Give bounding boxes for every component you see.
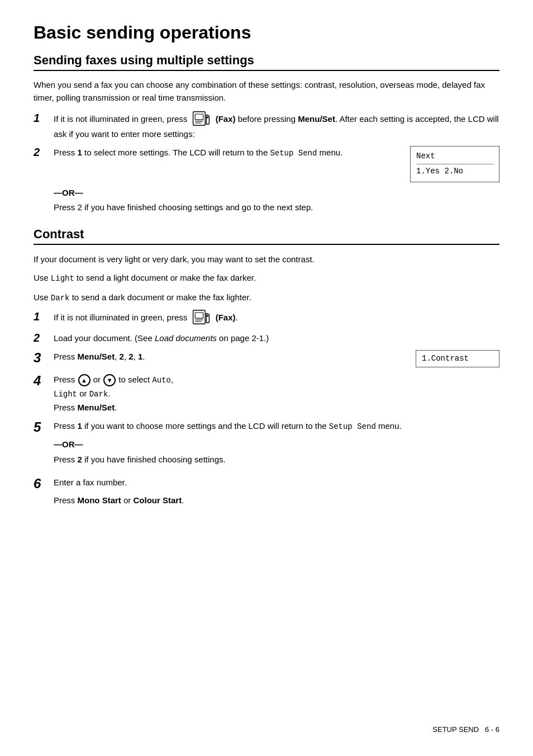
contrast-step6-body: Enter a fax number. Press Mono Start or …: [54, 476, 499, 511]
contrast-step3: 3 Press Menu/Set, 2, 2, 1. 1.Contrast: [34, 350, 499, 368]
cstep1-fax: (Fax).: [216, 312, 238, 322]
contrast-step1: 1 If it is not illuminated in green, pre…: [34, 310, 499, 326]
step1-body: If it is not illuminated in green, press…: [54, 112, 499, 140]
contrast-step3-body: Press Menu/Set, 2, 2, 1. 1.Contrast: [54, 350, 499, 368]
section1-press2: Press 2 if you have finished choosing se…: [54, 201, 499, 214]
step-1-row: 1 If it is not illuminated in green, pre…: [34, 112, 499, 140]
step2-lcd: Next 1.Yes 2.No: [399, 146, 499, 182]
para2-prefix: Use: [34, 273, 49, 282]
para3-mono: Dark: [51, 294, 70, 303]
contrast-step4-num: 4: [34, 373, 50, 389]
contrast-step5-num: 5: [34, 419, 50, 435]
section2-para1: If your document is very light or very d…: [34, 253, 499, 266]
svg-rect-0: [196, 114, 203, 120]
lcd-display-next: Next 1.Yes 2.No: [410, 146, 499, 182]
contrast-lcd: 1.Contrast: [416, 350, 499, 368]
lcd-contrast: 1.Contrast: [416, 350, 499, 368]
cstep6-extra: Press Mono Start or Colour Start.: [54, 494, 499, 507]
contrast-step4-body: Press ▲ or ▼ to select Auto, Light or Da…: [54, 373, 499, 414]
step2-number: 2: [34, 146, 50, 159]
para2-suffix: to send a light document or make the fax…: [77, 273, 256, 282]
section2-para3: Use Dark to send a dark document or make…: [34, 291, 499, 305]
para3-suffix: to send a dark document or make the fax …: [72, 292, 251, 302]
contrast-step4: 4 Press ▲ or ▼ to select Auto, Light or …: [34, 373, 499, 414]
cstep5-or: —OR—: [54, 438, 499, 451]
contrast-step2-body: Load your document. (See Load documents …: [54, 332, 499, 344]
step-2-row: 2 Press 1 to select more settings. The L…: [34, 146, 499, 182]
step1-text-fax-bold: (Fax): [216, 114, 236, 124]
contrast-step1-body: If it is not illuminated in green, press…: [54, 310, 499, 326]
contrast-step2-num: 2: [34, 332, 50, 344]
svg-rect-4: [196, 313, 203, 318]
page-title: Basic sending operations: [34, 22, 499, 43]
footer-label: SETUP SEND: [432, 725, 479, 734]
cstep5-text: Press 1 if you want to choose more setti…: [54, 419, 499, 433]
svg-rect-7: [207, 315, 209, 316]
section1-divider: [34, 70, 499, 71]
section2-divider: [34, 244, 499, 245]
section2-para2: Use Light to send a light document or ma…: [34, 271, 499, 285]
section1-title: Sending faxes using multiple settings: [34, 53, 499, 68]
lcd-row-next: Next: [416, 149, 493, 164]
svg-rect-3: [207, 116, 209, 118]
cstep1-before: If it is not illuminated in green, press: [54, 312, 187, 322]
section1-or-line: —OR—: [54, 188, 499, 197]
section2-title: Contrast: [34, 227, 499, 242]
section1-intro: When you send a fax you can choose any c…: [34, 79, 499, 104]
cstep5-or-dash: —OR—: [54, 440, 83, 449]
contrast-step6: 6 Enter a fax number. Press Mono Start o…: [34, 476, 499, 511]
step2-body: Press 1 to select more settings. The LCD…: [54, 146, 499, 182]
cstep4-line3: Press Menu/Set.: [54, 401, 499, 414]
contrast-step3-num: 3: [34, 350, 50, 366]
step2-text: Press 1 to select more settings. The LCD…: [54, 146, 388, 160]
contrast-step2: 2 Load your document. (See Load document…: [34, 332, 499, 344]
cstep3-flex: Press Menu/Set, 2, 2, 1. 1.Contrast: [54, 350, 499, 368]
para3-prefix: Use: [34, 292, 49, 302]
arrow-up-icon: ▲: [78, 374, 91, 386]
or-dash: —OR—: [54, 188, 83, 197]
contrast-step6-num: 6: [34, 476, 50, 492]
lcd-row-yesno: 1.Yes 2.No: [416, 164, 493, 179]
fax-icon: [191, 111, 211, 126]
para2-mono: Light: [51, 274, 74, 283]
cstep4-line1: Press ▲ or ▼ to select Auto,: [54, 373, 499, 387]
cstep6-text: Enter a fax number.: [54, 476, 499, 489]
cstep4-line2: Light or Dark.: [54, 387, 499, 401]
step2-flex: Press 1 to select more settings. The LCD…: [54, 146, 499, 182]
step1-number: 1: [34, 112, 50, 125]
page-footer: SETUP SEND 6 - 6: [432, 725, 499, 734]
fax-icon-2: [191, 309, 211, 325]
contrast-step1-num: 1: [34, 310, 50, 323]
step1-text-before: If it is not illuminated in green, press: [54, 114, 187, 124]
cstep3-text: Press Menu/Set, 2, 2, 1.: [54, 350, 404, 363]
arrow-down-icon: ▼: [103, 374, 116, 386]
cstep5-or-text: Press 2 if you have finished choosing se…: [54, 453, 499, 466]
contrast-step5: 5 Press 1 if you want to choose more set…: [34, 419, 499, 470]
contrast-step5-body: Press 1 if you want to choose more setti…: [54, 419, 499, 470]
footer-page: 6 - 6: [485, 725, 499, 734]
